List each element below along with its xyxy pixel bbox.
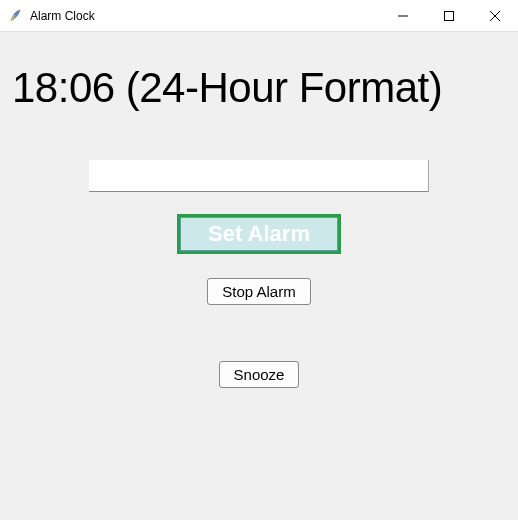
close-icon (490, 11, 500, 21)
maximize-icon (444, 11, 454, 21)
svg-rect-1 (445, 11, 454, 20)
window-titlebar: Alarm Clock (0, 0, 518, 32)
stop-alarm-button[interactable]: Stop Alarm (207, 278, 310, 305)
snooze-button[interactable]: Snooze (219, 361, 300, 388)
close-button[interactable] (472, 0, 518, 32)
alarm-time-input[interactable] (89, 160, 429, 192)
app-feather-icon (8, 8, 24, 24)
main-content: 18:06 (24-Hour Format) Set Alarm Stop Al… (0, 32, 518, 388)
window-title: Alarm Clock (30, 9, 95, 23)
current-time-label: 18:06 (24-Hour Format) (0, 64, 518, 112)
minimize-icon (398, 11, 408, 21)
set-alarm-button[interactable]: Set Alarm (177, 214, 341, 254)
minimize-button[interactable] (380, 0, 426, 32)
maximize-button[interactable] (426, 0, 472, 32)
controls-container: Set Alarm Stop Alarm Snooze (0, 160, 518, 388)
